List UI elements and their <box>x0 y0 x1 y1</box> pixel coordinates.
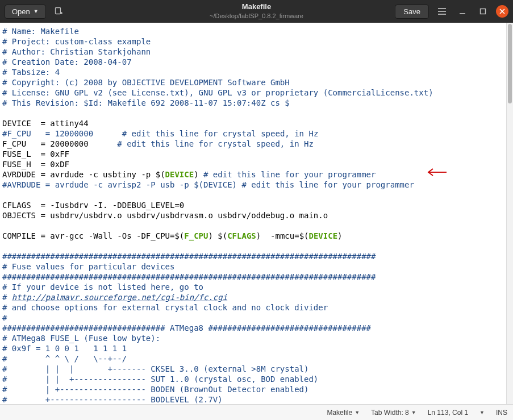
code-line: # Copyright: (c) 2008 by OBJECTIVE DEVEL… <box>2 78 290 87</box>
code-line: DEVICE <box>308 231 337 240</box>
code-line: DEVICE <box>165 170 194 179</box>
code-line: ) <box>194 170 203 179</box>
code-line: # edit this line for crystal speed, in H… <box>89 139 314 148</box>
new-tab-button[interactable] <box>51 3 66 19</box>
code-line: # | | | +------- CKSEL 3..0 (external >8… <box>2 364 308 373</box>
title-area: Makefile ~/Desktop/fabISP_0.8.2_firmware <box>210 2 303 20</box>
svg-rect-7 <box>481 9 486 14</box>
code-line: # +-------------------- BODLEVEL (2.7V) <box>2 395 223 404</box>
language-label: Makefile <box>327 409 352 417</box>
tab-width-selector[interactable]: Tab Width: 8 ▼ <box>371 409 416 417</box>
document-path: ~/Desktop/fabISP_0.8.2_firmware <box>210 12 303 20</box>
code-line: # If your device is not listed here, go … <box>2 282 203 292</box>
hamburger-icon <box>437 7 447 15</box>
editor-area[interactable]: # Name: Makefile # Project: custom-class… <box>0 23 506 404</box>
open-button-label: Open <box>12 7 30 16</box>
insert-mode-label: INS <box>496 409 507 417</box>
save-button[interactable]: Save <box>395 5 429 19</box>
code-line: ) <box>256 231 266 240</box>
caret-down-icon: ▼ <box>411 410 416 415</box>
insert-mode[interactable]: INS <box>496 409 507 417</box>
code-line: COMPILE = avr-gcc -Wall -Os -DF_CPU= <box>2 231 174 240</box>
statusbar: Makefile ▼ Tab Width: 8 ▼ Ln 113, Col 1 … <box>0 404 513 420</box>
code-line: # ATMega8 FUSE_L (Fuse low byte): <box>2 334 160 343</box>
code-line: FUSE_H = 0xDF <box>2 160 69 169</box>
caret-down-icon: ▼ <box>34 9 39 14</box>
code-line: OBJECTS = usbdrv/usbdrv.o usbdrv/usbdrva… <box>2 211 328 220</box>
svg-rect-0 <box>55 8 60 14</box>
code-line: CFLAGS <box>227 231 256 240</box>
code-line: $( <box>156 170 165 179</box>
code-line: # | | +--------------- SUT 1..0 (crystal… <box>2 375 318 384</box>
code-line: # | +------------------ BODEN (BrownOut … <box>2 385 308 394</box>
code-line: $( <box>174 231 184 240</box>
code-line: F_CPU = 20000000 <box>2 139 89 148</box>
code-line: # ^ ^ \ / \--+--/ <box>2 354 127 363</box>
close-window-button[interactable] <box>496 5 508 18</box>
titlebar: Open ▼ Makefile ~/Desktop/fabISP_0.8.2_f… <box>0 0 513 23</box>
code-line: ) <box>337 231 342 240</box>
code-line: # <box>2 293 12 302</box>
code-line: AVRDUDE = avrdude -c usbtiny -p <box>2 170 156 179</box>
code-line: #AVRDUDE = avrdude -c avrisp2 -P usb -p … <box>2 180 414 189</box>
code-line: # Author: Christian Starkjohann <box>2 47 151 56</box>
cursor-position[interactable]: Ln 113, Col 1 <box>428 409 468 417</box>
document-title: Makefile <box>210 2 303 12</box>
code-line: http://palmavr.sourceforge.net/cgi-bin/f… <box>12 293 227 302</box>
code-line: # edit this line for your programmer <box>203 170 376 179</box>
scrollbar-thumb[interactable] <box>508 24 512 103</box>
code-line: FUSE_L = 0xFF <box>2 149 69 159</box>
vertical-scrollbar[interactable] <box>506 23 513 404</box>
code-line: # Tabsize: 4 <box>2 68 60 77</box>
code-line: # Fuse values for particular devices <box>2 262 174 271</box>
code-line: # <box>2 313 7 322</box>
caret-down-icon: ▼ <box>354 410 360 415</box>
code-line: CFLAGS = -Iusbdrv -I. -DDEBUG_LEVEL=0 <box>2 201 184 210</box>
minimize-window-button[interactable] <box>455 4 470 19</box>
code-line: ) <box>208 231 218 240</box>
code-line: # edit this line for crystal speed, in H… <box>93 129 318 138</box>
code-line: # Creation Date: 2008-04-07 <box>2 57 132 66</box>
code-line: DEVICE = attiny44 <box>2 119 89 128</box>
code-line: # This Revision: $Id: Makefile 692 2008-… <box>2 98 290 107</box>
maximize-icon <box>479 7 487 15</box>
code-line: $( <box>299 231 309 240</box>
code-line: # Name: Makefile <box>2 27 79 36</box>
code-line: -mmcu= <box>266 231 299 240</box>
code-line: #F_CPU = 12000000 <box>2 129 93 138</box>
language-selector[interactable]: Makefile ▼ <box>327 409 360 417</box>
new-document-icon <box>54 7 63 16</box>
open-button[interactable]: Open ▼ <box>5 5 46 19</box>
cursor-position-label: Ln 113, Col 1 <box>428 409 468 417</box>
code-line: # Project: custom-class example <box>2 37 151 46</box>
code-line: # 0x9f = 1 0 0 1 1 1 1 1 <box>2 344 127 353</box>
caret-down-icon: ▼ <box>479 410 485 415</box>
code-line: ################################## ATMeg… <box>2 323 371 332</box>
code-line: # License: GNU GPL v2 (see License.txt),… <box>2 88 433 97</box>
close-icon <box>499 9 505 14</box>
hamburger-menu-button[interactable] <box>435 4 449 19</box>
code-line: F_CPU <box>184 231 208 240</box>
code-line: $( <box>218 231 227 240</box>
code-line: ########################################… <box>2 272 376 281</box>
tab-width-label: Tab Width: 8 <box>371 409 409 417</box>
minimize-icon <box>458 7 466 15</box>
code-line: ########################################… <box>2 252 376 261</box>
code-line: # and choose options for external crysta… <box>2 303 328 312</box>
maximize-window-button[interactable] <box>476 4 490 19</box>
